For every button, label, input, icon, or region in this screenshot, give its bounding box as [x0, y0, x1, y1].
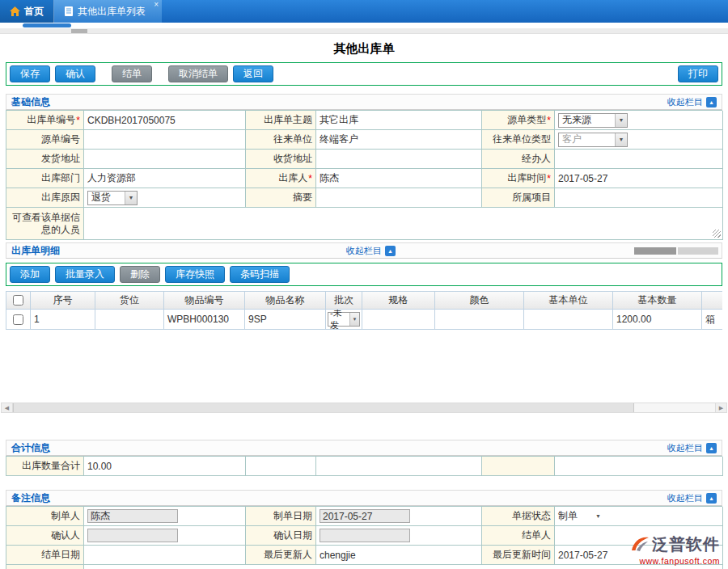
total-collapse-link[interactable]: 收起栏目 ▲: [667, 442, 717, 454]
page-title: 其他出库单: [0, 34, 728, 62]
field-label-partner-type: 往来单位类型: [482, 130, 555, 150]
creator-cell: [84, 507, 246, 526]
detail-table: 序号 货位 物品编号 物品名称 批次 规格 颜色 基本单位 基本数量 1 WPB…: [6, 291, 722, 330]
save-button[interactable]: 保存: [10, 65, 50, 82]
total-section-header: 合计信息 收起栏目 ▲: [6, 440, 722, 456]
hscrollbar-thumb[interactable]: [13, 403, 634, 412]
select-all-cell: [6, 292, 31, 310]
field-label-confirm-date: 确认日期: [246, 526, 316, 546]
chevron-down-icon[interactable]: ▼: [595, 513, 601, 519]
col-base-qty: 基本数量: [613, 292, 702, 310]
tab-outbound-list[interactable]: 其他出库单列表 ×: [54, 0, 162, 23]
total-qty-cell: [84, 457, 246, 476]
stock-snapshot-button[interactable]: 库存快照: [165, 266, 225, 283]
basic-collapse-link[interactable]: 收起栏目 ▲: [667, 96, 717, 108]
project-input[interactable]: [558, 190, 719, 206]
subject-input[interactable]: [320, 112, 478, 129]
item-name-cell[interactable]: 9SP: [245, 310, 326, 330]
spec-cell[interactable]: [362, 310, 435, 330]
chevron-down-icon: ▼: [615, 133, 627, 146]
source-type-select[interactable]: 无来源 ▼: [558, 113, 628, 128]
close-tab-icon[interactable]: ×: [154, 1, 159, 9]
detail-section-header: 出库单明细 收起栏目 ▲: [6, 242, 722, 259]
delete-row-button[interactable]: 删除: [120, 266, 160, 283]
handler-input[interactable]: [558, 151, 719, 167]
field-label-summary: 摘要: [246, 188, 316, 208]
resize-handle-icon[interactable]: [713, 230, 721, 238]
tab-scroll-thumb[interactable]: [23, 23, 71, 27]
add-row-button[interactable]: 添加: [10, 266, 50, 283]
remark-cell: [84, 565, 723, 569]
ship-address-input[interactable]: [87, 151, 242, 167]
settle-button[interactable]: 结单: [112, 65, 152, 82]
field-label-order-no: 出库单编号*: [6, 111, 84, 130]
detail-collapse-link[interactable]: 收起栏目 ▲: [346, 245, 396, 257]
field-label-department: 出库部门: [6, 169, 84, 188]
fanpu-logo: 泛普软件 www.fanpusoft.com: [629, 533, 720, 566]
field-label-source-no: 源单编号: [6, 130, 84, 150]
cancel-settle-button[interactable]: 取消结单: [168, 65, 228, 82]
detail-scrollbar-fragment2[interactable]: [678, 247, 718, 255]
unit-overflow-cell: 箱: [702, 310, 722, 330]
outbound-time-cell: [555, 169, 723, 188]
partner-input[interactable]: [320, 132, 478, 148]
select-all-checkbox[interactable]: [13, 295, 23, 306]
confirmer-input[interactable]: [87, 529, 178, 542]
page-hscrollbar-thumb[interactable]: [71, 29, 87, 33]
basic-form: 出库单编号* 出库单主题 源单类型* 无来源 ▼ 源单编号 往来单位 往来单位类…: [6, 110, 722, 240]
detail-table-header: 序号 货位 物品编号 物品名称 批次 规格 颜色 基本单位 基本数量: [6, 292, 722, 310]
create-date-input[interactable]: [320, 509, 410, 523]
ship-address-cell: [84, 150, 246, 169]
tab-home[interactable]: 首页: [0, 0, 54, 23]
required-mark: *: [76, 115, 80, 126]
remark-section-header: 备注信息 收起栏目 ▲: [6, 490, 722, 506]
source-no-input[interactable]: [87, 132, 242, 148]
batch-entry-button[interactable]: 批量录入: [55, 266, 115, 283]
outbound-time-input[interactable]: [558, 171, 719, 187]
seq-cell: 1: [31, 310, 95, 330]
scroll-right-icon[interactable]: ▶: [715, 403, 726, 412]
order-no-input[interactable]: [87, 112, 242, 129]
base-qty-cell[interactable]: 1200.00: [613, 310, 702, 330]
field-label-settle-date: 结单日期: [6, 546, 84, 565]
field-label-last-updater: 最后更新人: [246, 546, 316, 565]
handler-cell: [555, 150, 723, 169]
reason-select[interactable]: 退货 ▼: [87, 191, 138, 205]
item-no-cell[interactable]: WPBH000130: [164, 310, 245, 330]
total-empty-label2: [482, 457, 555, 476]
col-seq: 序号: [31, 292, 95, 310]
base-unit-cell[interactable]: [524, 310, 613, 330]
summary-input[interactable]: [320, 190, 478, 206]
outbound-person-input[interactable]: [320, 171, 478, 187]
partner-type-select[interactable]: 客户 ▼: [558, 133, 628, 147]
department-input[interactable]: [87, 171, 242, 187]
remark-collapse-link[interactable]: 收起栏目 ▲: [667, 492, 717, 504]
color-cell[interactable]: [435, 310, 524, 330]
outbound-person-cell: [316, 169, 482, 188]
receive-address-input[interactable]: [320, 151, 478, 167]
confirmer-cell: [84, 526, 246, 546]
settle-date-cell: [84, 546, 246, 565]
viewers-textarea[interactable]: [87, 208, 719, 239]
confirm-button[interactable]: 确认: [55, 65, 95, 82]
scroll-left-icon[interactable]: ◀: [2, 403, 13, 412]
confirm-date-input[interactable]: [320, 529, 410, 542]
back-button[interactable]: 返回: [233, 65, 273, 82]
field-label-partner: 往来单位: [246, 130, 316, 150]
creator-input[interactable]: [87, 509, 178, 523]
fanpu-logo-url[interactable]: www.fanpusoft.com: [629, 556, 720, 566]
col-overflow: [702, 292, 722, 310]
row-checkbox[interactable]: [13, 314, 23, 325]
total-empty-value1: [316, 457, 482, 476]
detail-scrollbar-fragment[interactable]: [634, 247, 676, 255]
total-qty-input[interactable]: [87, 458, 242, 474]
field-label-settler: 结单人: [482, 526, 555, 546]
barcode-scan-button[interactable]: 条码扫描: [230, 266, 290, 283]
doc-status-value[interactable]: 制单: [558, 509, 578, 523]
remark-form: 制单人 制单日期 单据状态 制单 ▼ 确认人 确认日期 结单人 结单日期 最后更…: [6, 506, 722, 569]
remark-textarea[interactable]: [87, 565, 719, 569]
batch-select[interactable]: -未发 ▼: [328, 312, 360, 327]
field-label-viewers: 可查看该单据信息的人员: [6, 208, 84, 240]
location-cell[interactable]: [95, 310, 164, 330]
print-button[interactable]: 打印: [678, 65, 718, 82]
